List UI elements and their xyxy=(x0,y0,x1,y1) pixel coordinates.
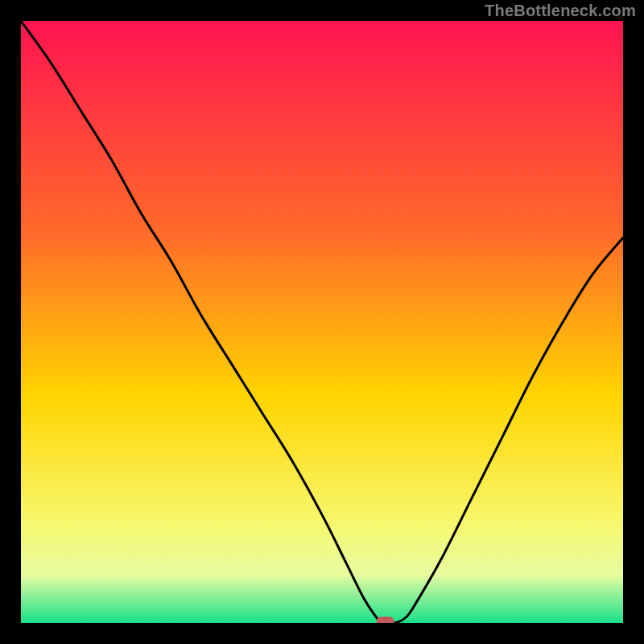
watermark-text: TheBottleneck.com xyxy=(485,2,636,20)
optimal-marker xyxy=(377,617,394,623)
gradient-background xyxy=(21,21,623,623)
plot-area xyxy=(21,21,623,623)
bottleneck-chart xyxy=(21,21,623,623)
chart-frame: TheBottleneck.com xyxy=(0,0,644,644)
